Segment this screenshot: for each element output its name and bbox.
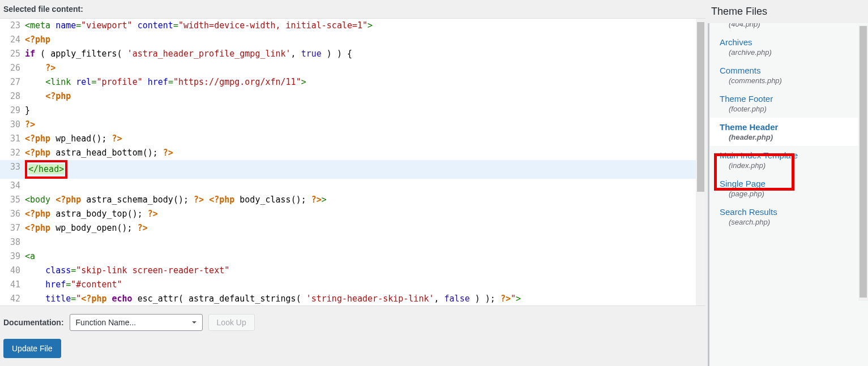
line-number: 35 (0, 193, 25, 207)
code-line-37[interactable]: 37<?php wp_body_open(); ?> (0, 221, 705, 235)
code-line-25[interactable]: 25if ( apply_filters( 'astra_header_prof… (0, 47, 705, 61)
line-number: 37 (0, 221, 25, 235)
line-number: 34 (0, 179, 25, 193)
theme-file-name: Comments (720, 66, 862, 75)
line-number: 24 (0, 33, 25, 47)
code-line-34[interactable]: 34 (0, 179, 705, 193)
code-line-33[interactable]: 33</head> (0, 160, 705, 179)
documentation-label: Documentation: (3, 318, 64, 327)
line-content: if ( apply_filters( 'astra_header_profil… (25, 47, 705, 61)
line-number: 36 (0, 207, 25, 221)
code-line-28[interactable]: 28 <?php (0, 89, 705, 104)
theme-files-list: (404.php)Archives(archive.php)Comments(c… (708, 23, 868, 366)
line-content: href="#content" (25, 278, 705, 292)
line-content: <body <?php astra_schema_body(); ?> <?ph… (25, 193, 705, 207)
line-number: 33 (0, 160, 25, 179)
line-content: <?php (25, 33, 705, 47)
code-line-36[interactable]: 36<?php astra_body_top(); ?> (0, 207, 705, 221)
line-number: 25 (0, 47, 25, 61)
line-content: <?php wp_head(); ?> (25, 132, 705, 146)
code-line-39[interactable]: 39<a (0, 249, 705, 264)
theme-file-path[interactable]: (footer.php) (709, 105, 868, 118)
line-number: 30 (0, 118, 25, 132)
line-content: <?php (25, 89, 705, 104)
line-number: 42 (0, 292, 25, 306)
theme-file-name: Search Results (720, 207, 862, 217)
theme-file-path[interactable]: (search.php) (709, 218, 868, 231)
code-line-38[interactable]: 38 (0, 235, 705, 249)
line-content: <?php astra_body_top(); ?> (25, 207, 705, 221)
selected-content-label: Selected file content: (0, 0, 708, 18)
code-line-29[interactable]: 29} (0, 104, 705, 118)
line-content: } (25, 104, 705, 118)
code-line-32[interactable]: 32<?php astra_head_bottom(); ?> (0, 146, 705, 160)
theme-file-name: Theme Footer (720, 94, 862, 104)
line-number: 23 (0, 19, 25, 33)
theme-file-path[interactable]: (comments.php) (709, 76, 868, 89)
line-content: <?php wp_body_open(); ?> (25, 221, 705, 235)
line-number: 29 (0, 104, 25, 118)
line-content: <?php astra_head_bottom(); ?> (25, 146, 705, 160)
line-content: </head> (25, 160, 705, 179)
code-line-27[interactable]: 27 <link rel="profile" href="https://gmp… (0, 75, 705, 89)
code-line-40[interactable]: 40 class="skip-link screen-reader-text" (0, 264, 705, 278)
line-content: class="skip-link screen-reader-text" (25, 264, 705, 278)
code-line-31[interactable]: 31<?php wp_head(); ?> (0, 132, 705, 146)
function-name-select[interactable]: Function Name... (70, 314, 203, 331)
theme-file-path[interactable]: (archive.php) (709, 48, 868, 61)
code-editor[interactable]: 23<meta name="viewport" content="width=d… (0, 18, 705, 306)
line-content: <a (25, 249, 705, 264)
theme-file-path[interactable]: (header.php) (709, 133, 868, 146)
theme-file-name: Single Page (720, 179, 862, 188)
code-line-23[interactable]: 23<meta name="viewport" content="width=d… (0, 19, 705, 33)
code-line-35[interactable]: 35<body <?php astra_schema_body(); ?> <?… (0, 193, 705, 207)
line-number: 40 (0, 264, 25, 278)
code-line-26[interactable]: 26 ?> (0, 61, 705, 75)
sidebar-scrollbar[interactable] (858, 25, 868, 301)
lookup-button[interactable]: Look Up (208, 314, 255, 331)
theme-file-name: Main Index Template (720, 150, 862, 160)
theme-file-name: Theme Header (720, 122, 862, 132)
line-content: ?> (25, 118, 705, 132)
line-number: 26 (0, 61, 25, 75)
line-number: 32 (0, 146, 25, 160)
line-number: 39 (0, 249, 25, 264)
line-number: 41 (0, 278, 25, 292)
theme-file-path[interactable]: (404.php) (709, 23, 868, 33)
line-number: 31 (0, 132, 25, 146)
line-content (25, 179, 705, 193)
code-line-24[interactable]: 24<?php (0, 33, 705, 47)
theme-file-name: Archives (720, 37, 862, 47)
line-content: <meta name="viewport" content="width=dev… (25, 19, 705, 33)
sidebar-scrollbar-thumb[interactable] (860, 26, 867, 298)
highlight-box-annotation: </head> (25, 160, 67, 179)
line-content: <link rel="profile" href="https://gmpg.o… (25, 75, 705, 89)
line-number: 27 (0, 75, 25, 89)
code-line-41[interactable]: 41 href="#content" (0, 278, 705, 292)
code-line-30[interactable]: 30?> (0, 118, 705, 132)
line-content: title="<?php echo esc_attr( astra_defaul… (25, 292, 705, 306)
line-content (25, 235, 705, 249)
theme-files-title: Theme Files (708, 0, 868, 23)
update-file-button[interactable]: Update File (3, 339, 61, 358)
line-number: 38 (0, 235, 25, 249)
theme-file-path[interactable]: (index.php) (709, 161, 868, 174)
line-number: 28 (0, 89, 25, 104)
scrollbar-thumb[interactable] (697, 22, 704, 192)
code-line-42[interactable]: 42 title="<?php echo esc_attr( astra_def… (0, 292, 705, 306)
line-content: ?> (25, 61, 705, 75)
vertical-scrollbar[interactable] (696, 19, 705, 305)
theme-file-path[interactable]: (page.php) (709, 190, 868, 203)
